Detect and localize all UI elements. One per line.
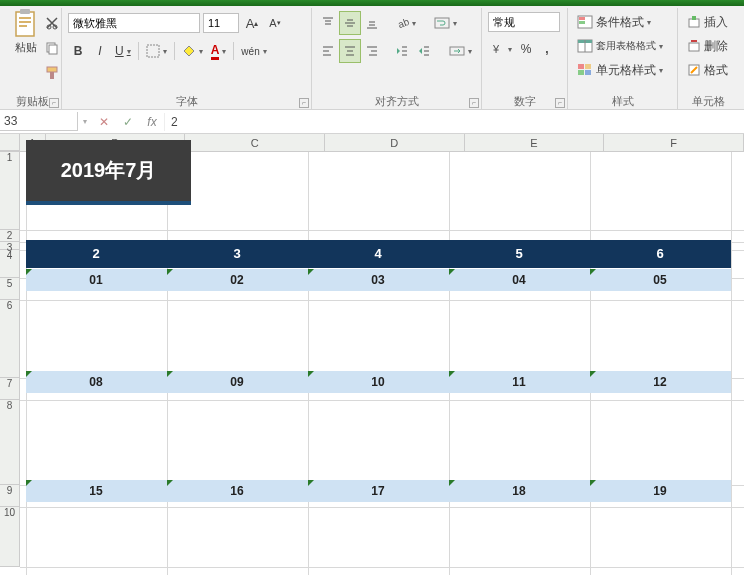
font-name-combo[interactable] xyxy=(68,13,200,33)
hdrrow-cell[interactable]: 6 xyxy=(590,240,731,268)
number-format-combo[interactable] xyxy=(488,12,560,32)
orientation-button[interactable]: ab▾ xyxy=(392,12,419,34)
italic-button[interactable]: I xyxy=(90,40,110,62)
svg-rect-47 xyxy=(585,64,591,69)
row-header[interactable]: 2 xyxy=(0,230,20,242)
svg-rect-11 xyxy=(147,45,159,57)
week1-cell[interactable]: 04 xyxy=(449,269,590,291)
week2-cell[interactable]: 11 xyxy=(449,371,590,393)
percent-button[interactable]: % xyxy=(516,38,536,60)
col-header-D[interactable]: D xyxy=(325,134,465,151)
align-dialog-launcher[interactable]: ⌐ xyxy=(469,98,479,108)
align-center-button[interactable] xyxy=(340,40,360,62)
svg-rect-48 xyxy=(578,70,584,75)
paste-button[interactable]: 粘贴 xyxy=(10,8,42,55)
row-header[interactable]: 7 xyxy=(0,378,20,400)
merge-button[interactable]: ▾ xyxy=(446,40,475,62)
formula-input[interactable]: 2 xyxy=(164,113,744,131)
col-header-E[interactable]: E xyxy=(465,134,605,151)
svg-text:ab: ab xyxy=(397,16,409,30)
font-color-button[interactable]: A▾ xyxy=(208,40,230,62)
cut-button[interactable] xyxy=(42,12,62,34)
week3-cell[interactable]: 15 xyxy=(26,480,167,502)
svg-rect-22 xyxy=(435,18,449,28)
row-header[interactable]: 1 xyxy=(0,152,20,230)
week2-cell[interactable]: 09 xyxy=(167,371,308,393)
name-box[interactable]: 33 xyxy=(0,112,78,131)
cell-styles-button[interactable]: 单元格样式▾ xyxy=(574,59,671,81)
row-header[interactable]: 5 xyxy=(0,278,20,300)
bold-button[interactable]: B xyxy=(68,40,88,62)
hdrrow-cell[interactable]: 2 xyxy=(26,240,167,268)
table-format-button[interactable]: 套用表格格式▾ xyxy=(574,35,671,57)
hdrrow-cell[interactable]: 5 xyxy=(449,240,590,268)
hdrrow-cell[interactable]: 4 xyxy=(308,240,449,268)
week1-cell[interactable]: 03 xyxy=(308,269,449,291)
number-dialog-launcher[interactable]: ⌐ xyxy=(555,98,565,108)
decrease-indent-button[interactable] xyxy=(392,40,412,62)
phonetic-button[interactable]: wén▾ xyxy=(238,40,269,62)
styles-group-label: 样式 xyxy=(568,94,677,109)
conditional-format-button[interactable]: 条件格式▾ xyxy=(574,11,671,33)
fill-color-button[interactable]: ▾ xyxy=(179,40,206,62)
col-header-F[interactable]: F xyxy=(604,134,744,151)
calendar-title: 2019年7月 xyxy=(26,140,191,205)
align-bottom-button[interactable] xyxy=(362,12,382,34)
row-header[interactable]: 9 xyxy=(0,485,20,507)
svg-rect-41 xyxy=(579,17,585,20)
svg-rect-46 xyxy=(578,64,584,69)
format-cells-button[interactable]: 格式 xyxy=(684,59,732,81)
clipboard-dialog-launcher[interactable]: ⌐ xyxy=(49,98,59,108)
select-all-corner[interactable] xyxy=(0,134,20,151)
svg-rect-9 xyxy=(47,67,57,72)
svg-rect-49 xyxy=(585,70,591,75)
increase-font-button[interactable]: A▴ xyxy=(242,12,262,34)
row-header[interactable]: 6 xyxy=(0,300,20,378)
clipboard-icon xyxy=(10,8,42,40)
svg-rect-0 xyxy=(16,12,34,36)
week1-cell[interactable]: 02 xyxy=(167,269,308,291)
align-left-button[interactable] xyxy=(318,40,338,62)
accept-formula-button[interactable]: ✓ xyxy=(116,115,140,129)
week1-cell[interactable]: 01 xyxy=(26,269,167,291)
decrease-font-button[interactable]: A▾ xyxy=(265,12,285,34)
copy-button[interactable] xyxy=(42,37,62,59)
svg-rect-3 xyxy=(19,21,31,23)
week3-cell[interactable]: 16 xyxy=(167,480,308,502)
week1-cell[interactable]: 05 xyxy=(590,269,731,291)
hdrrow-cell[interactable]: 3 xyxy=(167,240,308,268)
row-header[interactable]: 8 xyxy=(0,400,20,485)
paste-label: 粘贴 xyxy=(15,40,37,55)
align-group-label: 对齐方式 xyxy=(312,94,481,109)
borders-button[interactable]: ▾ xyxy=(143,40,170,62)
week2-cell[interactable]: 10 xyxy=(308,371,449,393)
week3-cell[interactable]: 19 xyxy=(590,480,731,502)
align-top-button[interactable] xyxy=(318,12,338,34)
font-dialog-launcher[interactable]: ⌐ xyxy=(299,98,309,108)
delete-cells-button[interactable]: 删除 xyxy=(684,35,732,57)
row-header[interactable]: 10 xyxy=(0,507,20,567)
week3-cell[interactable]: 18 xyxy=(449,480,590,502)
svg-rect-1 xyxy=(20,9,30,14)
align-middle-button[interactable] xyxy=(340,12,360,34)
underline-button[interactable]: U▾ xyxy=(112,40,134,62)
row-header[interactable]: 3 xyxy=(0,242,20,250)
font-size-combo[interactable] xyxy=(203,13,239,33)
week2-cell[interactable]: 12 xyxy=(590,371,731,393)
row-header[interactable]: 4 xyxy=(0,250,20,278)
align-right-button[interactable] xyxy=(362,40,382,62)
svg-rect-4 xyxy=(19,25,27,27)
comma-button[interactable]: , xyxy=(537,38,557,60)
svg-rect-42 xyxy=(579,21,585,24)
font-group-label: 字体 xyxy=(62,94,311,109)
fx-button[interactable]: fx xyxy=(140,115,164,129)
insert-cells-button[interactable]: 插入 xyxy=(684,11,732,33)
wrap-text-button[interactable]: ▾ xyxy=(431,12,460,34)
increase-indent-button[interactable] xyxy=(414,40,434,62)
week2-cell[interactable]: 08 xyxy=(26,371,167,393)
format-painter-button[interactable] xyxy=(42,62,62,84)
week3-cell[interactable]: 17 xyxy=(308,480,449,502)
col-header-C[interactable]: C xyxy=(185,134,325,151)
accounting-button[interactable]: ¥▾ xyxy=(488,38,515,60)
cancel-formula-button[interactable]: ✕ xyxy=(92,115,116,129)
